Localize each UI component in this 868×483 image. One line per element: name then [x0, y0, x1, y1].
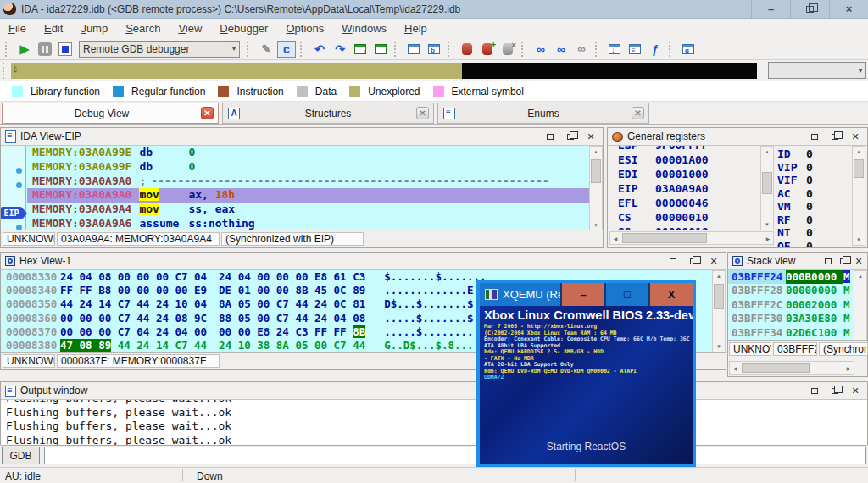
vertical-scrollbar[interactable]: ▲ ▼ [760, 146, 774, 230]
start-process-button[interactable]: ▶ [15, 41, 34, 58]
close-panel-icon[interactable]: ✕ [854, 256, 864, 266]
scrollbar-thumb[interactable] [591, 159, 601, 183]
register-row[interactable]: EDI00001000 [609, 167, 760, 181]
stack-row-current[interactable]: 03BFFF24000B0000M [728, 270, 854, 284]
flag-row[interactable]: OF0 [777, 240, 850, 248]
registers-header[interactable]: General registers ✕ [608, 128, 867, 146]
scrollbar-thumb[interactable] [742, 363, 810, 373]
disasm-line[interactable]: MEMORY:03A0A9A0;------------------------… [27, 175, 589, 189]
add-breakpoint-button[interactable]: + [478, 41, 497, 58]
hex-view-header[interactable]: Hex View-1 ✕ [1, 253, 726, 270]
vertical-scrollbar[interactable]: ▲ ▼ [852, 146, 865, 246]
ida-view-header[interactable]: IDA View-EIP ✕ [1, 128, 603, 146]
scroll-up-icon[interactable]: ▲ [853, 149, 865, 154]
scroll-left-icon[interactable]: ◀ [732, 365, 738, 371]
register-row[interactable]: EIP03A0A9A0 [609, 181, 760, 196]
menu-help[interactable]: Help [404, 22, 427, 35]
close-panel-icon[interactable]: ✕ [850, 386, 860, 396]
navband-grip[interactable] [3, 63, 8, 79]
maximize-panel-icon[interactable] [545, 131, 555, 142]
disasm-line[interactable]: MEMORY:03A0A99Edb0 [27, 146, 589, 160]
menu-windows[interactable]: Windows [342, 22, 387, 35]
search-next-button[interactable]: ∞ [552, 41, 570, 58]
restore-panel-icon[interactable] [838, 256, 849, 266]
scroll-left-icon[interactable]: ◀ [612, 236, 619, 242]
minimize-button[interactable]: – [751, 0, 790, 19]
search-clear-button[interactable]: ∞ [572, 41, 591, 58]
stack-row[interactable]: 03BFFF2C00002000M [728, 298, 854, 312]
maximize-panel-icon[interactable] [823, 256, 833, 266]
scroll-down-icon[interactable]: ▼ [853, 237, 865, 242]
address-dot-icon[interactable] [16, 182, 22, 188]
restore-panel-icon[interactable] [688, 256, 698, 266]
navband-black[interactable] [462, 63, 757, 79]
toolbar-grip[interactable] [448, 42, 453, 57]
flag-row[interactable]: VIP0 [777, 161, 850, 175]
run-to-cursor-button[interactable]: I [371, 41, 390, 58]
scrollbar-thumb[interactable] [762, 172, 772, 194]
address-dot-icon[interactable] [16, 168, 22, 174]
open-windows-button[interactable] [404, 41, 423, 58]
maximize-panel-icon[interactable] [810, 131, 820, 142]
flag-row[interactable]: VIF0 [777, 174, 850, 187]
window-list-button[interactable]: b [425, 41, 443, 58]
step-over-button[interactable]: ↷ [331, 41, 349, 58]
toolbar-grip[interactable] [595, 42, 601, 57]
disasm-line[interactable]: MEMORY:03A0A9A4movss, eax [27, 203, 589, 217]
output-header[interactable]: Output window ✕ [1, 382, 867, 400]
scroll-down-icon[interactable]: ▼ [713, 344, 725, 349]
stack-list[interactable]: 03BFFF24000B0000M 03BFFF2800000000M 03BF… [728, 270, 854, 340]
titlebar[interactable]: IDA - ida27229.idb (<GDB remote process>… [0, 0, 868, 19]
close-tab-icon[interactable]: ✕ [632, 107, 644, 119]
menu-file[interactable]: File [8, 22, 26, 35]
xqemu-window[interactable]: XQEMU (Re... – □ X Xbox Linux Cromwell B… [476, 280, 696, 467]
flag-row[interactable]: RF0 [777, 214, 850, 227]
stack-view-header[interactable]: Stack view ✕ [728, 253, 867, 270]
delete-breakpoint-button[interactable]: × [498, 41, 517, 58]
scrollbar-thumb[interactable] [714, 284, 724, 309]
flags-list[interactable]: ID0 VIP0 VIF0 AC0 VM0 RF0 NT0 OF0 [777, 147, 850, 247]
pause-process-button[interactable] [36, 41, 54, 58]
horizontal-scrollbar[interactable]: ◀ ▶ [729, 361, 854, 375]
navband-dropdown[interactable]: ▾ [768, 62, 866, 79]
c-cursor-icon[interactable]: c [277, 41, 296, 58]
flag-row[interactable]: AC0 [777, 187, 850, 201]
scrollbar-thumb[interactable] [854, 159, 864, 178]
scroll-up-icon[interactable]: ▲ [854, 274, 866, 279]
xqemu-titlebar[interactable]: XQEMU (Re... – □ X [480, 283, 693, 306]
toolbar-grip[interactable] [300, 42, 306, 57]
debugger-select[interactable]: Remote GDB debugger ▾ [79, 41, 240, 58]
register-row[interactable]: EFL00000046 [609, 196, 760, 210]
navband-unexplored[interactable] [11, 63, 462, 79]
output-log[interactable]: Flushing buffers, please wait...ok Flush… [1, 400, 867, 446]
restore-panel-icon[interactable] [830, 131, 840, 142]
xqemu-maximize-button[interactable]: □ [604, 283, 648, 306]
close-panel-icon[interactable]: ✕ [586, 131, 596, 142]
stack-row[interactable]: 03BFFF3003A30E80M [728, 312, 854, 325]
horizontal-scrollbar[interactable]: ◀ ▶ [609, 231, 774, 245]
functions-window-button[interactable]: ƒ [646, 41, 665, 58]
restore-panel-icon[interactable] [565, 131, 576, 142]
tab-debug-view[interactable]: Debug View ✕ [2, 103, 219, 124]
stack-row[interactable]: 03BFFF2800000000M [728, 284, 854, 297]
restore-button[interactable] [790, 0, 829, 19]
toolbar-grip[interactable] [247, 42, 253, 57]
menu-edit[interactable]: Edit [44, 22, 63, 35]
step-into-button[interactable]: ↶ [310, 41, 329, 58]
xqemu-display[interactable]: Xbox Linux Cromwell BIOS 2.33-dev Mar 7 … [480, 306, 693, 464]
toolbar-grip[interactable] [394, 42, 400, 57]
scroll-down-icon[interactable]: ▼ [761, 222, 773, 227]
search-button[interactable]: ∞ [531, 41, 550, 58]
xqemu-minimize-button[interactable]: – [560, 283, 604, 306]
maximize-panel-icon[interactable] [668, 256, 678, 266]
close-tab-icon[interactable]: ✕ [201, 107, 214, 119]
flag-row[interactable]: ID0 [777, 147, 850, 161]
toolbar-grip[interactable] [669, 42, 675, 57]
names-window-button[interactable]: ≡ [626, 41, 644, 58]
close-panel-icon[interactable]: ✕ [709, 256, 719, 266]
restore-panel-icon[interactable] [830, 386, 840, 396]
maximize-panel-icon[interactable] [810, 386, 820, 396]
menu-debugger[interactable]: Debugger [220, 22, 268, 35]
register-row[interactable]: SS00000018 [609, 225, 760, 230]
scroll-down-icon[interactable]: ▼ [590, 223, 602, 228]
